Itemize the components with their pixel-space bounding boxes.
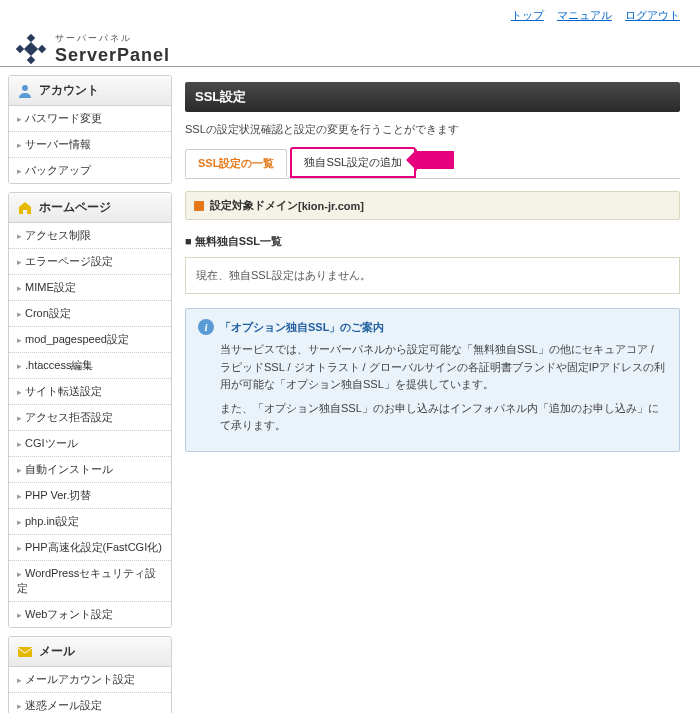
square-bullet-icon — [194, 201, 204, 211]
sidebar-item[interactable]: サイト転送設定 — [9, 379, 171, 405]
logo-text: サーバーパネル ServerPanel — [55, 32, 170, 66]
sidebar-section: ホームページアクセス制限エラーページ設定MIME設定Cron設定mod_page… — [8, 192, 172, 628]
sidebar-heading-label: メール — [39, 643, 75, 660]
sidebar-item[interactable]: アクセス拒否設定 — [9, 405, 171, 431]
tab-ssl-add[interactable]: 独自SSL設定の追加 — [290, 147, 416, 178]
info-p2: また、「オプション独自SSL」のお申し込みはインフォパネル内「追加のお申し込み」… — [220, 400, 667, 435]
sidebar-item[interactable]: バックアップ — [9, 158, 171, 183]
logo-icon — [15, 33, 47, 65]
sidebar-item[interactable]: サーバー情報 — [9, 132, 171, 158]
sidebar-item[interactable]: エラーページ設定 — [9, 249, 171, 275]
sidebar-item[interactable]: WordPressセキュリティ設定 — [9, 561, 171, 602]
sidebar-heading-label: ホームページ — [39, 199, 111, 216]
domain-label: 設定対象ドメイン — [210, 198, 298, 213]
sidebar-item[interactable]: MIME設定 — [9, 275, 171, 301]
sidebar-section: アカウントパスワード変更サーバー情報バックアップ — [8, 75, 172, 184]
sidebar-item[interactable]: 自動インストール — [9, 457, 171, 483]
sidebar: アカウントパスワード変更サーバー情報バックアップホームページアクセス制限エラーペ… — [0, 67, 180, 713]
mail-icon — [17, 644, 33, 660]
info-body: 当サービスでは、サーバーパネルから設定可能な「無料独自SSL」の他にセキュアコア… — [198, 341, 667, 435]
sidebar-item[interactable]: CGIツール — [9, 431, 171, 457]
tab-ssl-add-label: 独自SSL設定の追加 — [304, 156, 402, 168]
info-title-row: i 「オプション独自SSL」のご案内 — [198, 319, 667, 335]
svg-rect-4 — [24, 42, 38, 56]
svg-rect-3 — [38, 45, 46, 53]
sidebar-item[interactable]: Webフォント設定 — [9, 602, 171, 627]
logo-title: ServerPanel — [55, 45, 170, 66]
sidebar-item[interactable]: Cron設定 — [9, 301, 171, 327]
logo-subtitle: サーバーパネル — [55, 32, 170, 45]
sidebar-item[interactable]: アクセス制限 — [9, 223, 171, 249]
sidebar-item[interactable]: php.ini設定 — [9, 509, 171, 535]
page-description: SSLの設定状況確認と設定の変更を行うことができます — [185, 112, 680, 147]
sidebar-item[interactable]: PHP Ver.切替 — [9, 483, 171, 509]
tabs: SSL設定の一覧 独自SSL設定の追加 — [185, 147, 680, 179]
sidebar-item[interactable]: .htaccess編集 — [9, 353, 171, 379]
sidebar-item[interactable]: 迷惑メール設定 — [9, 693, 171, 713]
header: サーバーパネル ServerPanel — [0, 27, 700, 67]
sidebar-section: メールメールアカウント設定迷惑メール設定自動応答設定SMTP認証の国外アクセス制… — [8, 636, 172, 713]
sidebar-item[interactable]: PHP高速化設定(FastCGI化) — [9, 535, 171, 561]
ssl-list-title: 無料独自SSL一覧 — [185, 234, 680, 249]
link-top[interactable]: トップ — [511, 9, 544, 21]
sidebar-heading-label: アカウント — [39, 82, 99, 99]
link-logout[interactable]: ログアウト — [625, 9, 680, 21]
sidebar-item[interactable]: メールアカウント設定 — [9, 667, 171, 693]
sidebar-heading: アカウント — [9, 76, 171, 106]
svg-rect-2 — [16, 45, 24, 53]
user-icon — [17, 83, 33, 99]
info-icon: i — [198, 319, 214, 335]
svg-rect-0 — [27, 34, 35, 42]
svg-rect-6 — [18, 647, 32, 657]
info-box: i 「オプション独自SSL」のご案内 当サービスでは、サーバーパネルから設定可能… — [185, 308, 680, 452]
link-manual[interactable]: マニュアル — [557, 9, 612, 21]
svg-point-5 — [22, 85, 28, 91]
target-domain-bar: 設定対象ドメイン [kion-jr.com] — [185, 191, 680, 220]
sidebar-heading: ホームページ — [9, 193, 171, 223]
domain-value: [kion-jr.com] — [298, 200, 364, 212]
sidebar-item[interactable]: パスワード変更 — [9, 106, 171, 132]
ssl-empty-message: 現在、独自SSL設定はありません。 — [185, 257, 680, 294]
svg-rect-1 — [27, 56, 35, 64]
info-p1: 当サービスでは、サーバーパネルから設定可能な「無料独自SSL」の他にセキュアコア… — [220, 341, 667, 394]
sidebar-heading: メール — [9, 637, 171, 667]
info-title: 「オプション独自SSL」のご案内 — [220, 320, 384, 335]
page-title: SSL設定 — [185, 82, 680, 112]
top-links: トップ マニュアル ログアウト — [0, 0, 700, 27]
sidebar-item[interactable]: mod_pagespeed設定 — [9, 327, 171, 353]
callout-arrow-icon — [414, 151, 454, 169]
main-content: SSL設定 SSLの設定状況確認と設定の変更を行うことができます SSL設定の一… — [180, 67, 700, 713]
tab-ssl-list[interactable]: SSL設定の一覧 — [185, 149, 287, 177]
home-icon — [17, 200, 33, 216]
